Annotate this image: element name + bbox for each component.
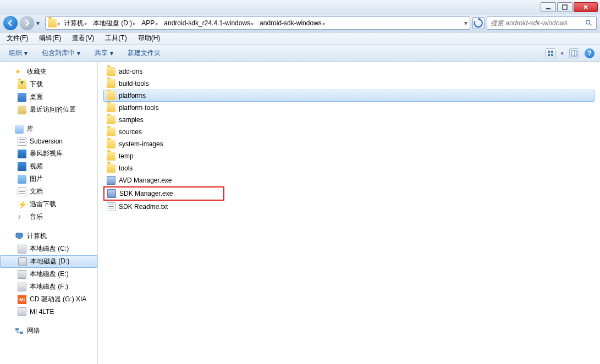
file-item[interactable]: system-images	[103, 138, 595, 150]
chevron-down-icon[interactable]: ▾	[561, 51, 564, 56]
text-file-icon	[107, 202, 115, 211]
file-name-label: AVD Manager.exe	[119, 177, 172, 184]
doc-icon	[18, 137, 26, 146]
sidebar-item-drive-g[interactable]: MICD 驱动器 (G:) XIA	[0, 293, 97, 306]
svg-rect-3	[548, 51, 550, 53]
close-button[interactable]	[574, 2, 598, 12]
view-mode-button[interactable]	[546, 48, 555, 58]
maximize-button[interactable]	[557, 2, 573, 12]
new-folder-button[interactable]: 新建文件夹	[124, 47, 164, 59]
help-button[interactable]: ?	[585, 48, 595, 58]
menu-file[interactable]: 文件(F)	[3, 32, 31, 44]
navigation-pane: ★ 收藏夹 下载 桌面 最近访问的位置 库 Subversion 暴风影视库 视…	[0, 62, 98, 364]
sidebar-item-pictures[interactable]: 图片	[0, 173, 97, 185]
sidebar-item-subversion[interactable]: Subversion	[0, 135, 97, 147]
file-item[interactable]: SDK Manager.exe	[103, 186, 224, 201]
breadcrumb-segment[interactable]: android-sdk-windows▸	[257, 18, 328, 28]
item-label: 图片	[30, 174, 43, 184]
file-item[interactable]: build-tools	[103, 78, 595, 90]
svg-rect-10	[18, 238, 21, 239]
tree-group-computer: 计算机 本地磁盘 (C:) 本地磁盘 (D:) 本地磁盘 (E:) 本地磁盘 (…	[0, 230, 97, 318]
exe-icon	[107, 176, 115, 185]
sidebar-item-music[interactable]: ♪音乐	[0, 211, 97, 223]
chevron-down-icon: ▾	[77, 49, 80, 57]
refresh-button[interactable]	[472, 17, 485, 29]
menu-view[interactable]: 查看(V)	[69, 32, 97, 44]
sidebar-item-videos[interactable]: 视频	[0, 160, 97, 173]
tree-head-computer[interactable]: 计算机	[0, 230, 97, 242]
sidebar-item-mi4lte[interactable]: MI 4LTE	[0, 306, 97, 318]
menu-help[interactable]: 帮助(H)	[135, 32, 164, 44]
include-library-label: 包含到库中	[42, 48, 75, 58]
doc-icon	[18, 187, 26, 196]
computer-label: 计算机	[27, 231, 47, 241]
sidebar-item-drive-e[interactable]: 本地磁盘 (E:)	[0, 268, 97, 280]
history-dropdown-icon[interactable]: ▾	[36, 19, 43, 27]
breadcrumb-label: 计算机	[64, 19, 84, 28]
breadcrumb-segment[interactable]: android-sdk_r24.4.1-windows▸	[162, 18, 256, 28]
menu-edit[interactable]: 编辑(E)	[36, 32, 64, 44]
menu-bar: 文件(F) 编辑(E) 查看(V) 工具(T) 帮助(H)	[0, 32, 600, 45]
breadcrumb-label: 本地磁盘 (D:)	[93, 19, 132, 28]
tree-head-network[interactable]: 网络	[0, 324, 97, 337]
file-name-label: tools	[119, 164, 133, 172]
tree-head-favorites[interactable]: ★ 收藏夹	[0, 65, 97, 78]
organize-button[interactable]: 组织 ▾	[5, 47, 31, 59]
minimize-button[interactable]	[541, 2, 556, 12]
search-box[interactable]	[487, 16, 597, 30]
file-item[interactable]: samples	[103, 114, 595, 126]
file-list-pane[interactable]: add-onsbuild-toolsplatformsplatform-tool…	[98, 62, 600, 364]
address-dropdown-icon[interactable]: ▾	[464, 19, 467, 27]
file-item[interactable]: SDK Readme.txt	[103, 201, 595, 213]
mi-icon: MI	[18, 295, 26, 304]
organize-label: 组织	[9, 48, 22, 58]
forward-button[interactable]	[20, 16, 34, 30]
drive-icon	[18, 270, 26, 279]
search-input[interactable]	[491, 19, 585, 27]
chevron-right-icon: ▸	[58, 20, 60, 26]
item-label: CD 驱动器 (G:) XIA	[30, 295, 86, 304]
sidebar-item-recent[interactable]: 最近访问的位置	[0, 103, 97, 116]
sidebar-item-drive-c[interactable]: 本地磁盘 (C:)	[0, 242, 97, 255]
sidebar-item-documents[interactable]: 文档	[0, 185, 97, 198]
libraries-label: 库	[27, 124, 34, 134]
sidebar-item-desktop[interactable]: 桌面	[0, 91, 97, 103]
breadcrumb-segment[interactable]: 计算机▸	[62, 18, 90, 29]
include-library-button[interactable]: 包含到库中 ▾	[38, 47, 84, 59]
menu-tools[interactable]: 工具(T)	[102, 32, 130, 44]
folder-icon	[48, 19, 57, 27]
file-item[interactable]: platforms	[103, 90, 595, 102]
breadcrumb-segment[interactable]: APP▸	[139, 18, 161, 28]
folder-icon	[107, 67, 115, 76]
file-name-label: platform-tools	[119, 104, 159, 112]
svg-rect-4	[551, 51, 553, 53]
back-button[interactable]	[3, 16, 18, 30]
preview-pane-button[interactable]	[569, 48, 579, 58]
file-name-label: platforms	[119, 92, 146, 100]
breadcrumb-segment[interactable]: 本地磁盘 (D:)▸	[91, 18, 138, 29]
share-button[interactable]: 共享 ▾	[91, 47, 117, 59]
svg-rect-0	[546, 8, 551, 9]
file-item[interactable]: add-ons	[103, 65, 595, 78]
drive-icon	[18, 245, 26, 253]
file-name-label: build-tools	[119, 80, 149, 87]
file-item[interactable]: sources	[103, 126, 595, 138]
sidebar-item-drive-d[interactable]: 本地磁盘 (D:)	[0, 255, 97, 268]
file-item[interactable]: platform-tools	[103, 102, 595, 114]
file-item[interactable]: tools	[103, 162, 595, 174]
command-toolbar: 组织 ▾ 包含到库中 ▾ 共享 ▾ 新建文件夹 ▾ ?	[0, 45, 600, 62]
svg-point-2	[586, 20, 590, 24]
sidebar-item-baofeng[interactable]: 暴风影视库	[0, 147, 97, 160]
svg-rect-9	[16, 233, 23, 238]
file-item[interactable]: temp	[103, 150, 595, 162]
search-icon	[585, 19, 593, 27]
sidebar-item-downloads[interactable]: 下载	[0, 78, 97, 91]
file-name-label: system-images	[119, 140, 163, 148]
file-item[interactable]: AVD Manager.exe	[103, 174, 595, 186]
sidebar-item-thunder[interactable]: ⚡迅雷下载	[0, 198, 97, 211]
address-bar[interactable]: ▸ 计算机▸ 本地磁盘 (D:)▸ APP▸ android-sdk_r24.4…	[45, 16, 470, 30]
folder-icon	[107, 91, 115, 100]
tree-head-libraries[interactable]: 库	[0, 123, 97, 135]
sidebar-item-drive-f[interactable]: 本地磁盘 (F:)	[0, 280, 97, 293]
folder-icon	[107, 79, 115, 88]
